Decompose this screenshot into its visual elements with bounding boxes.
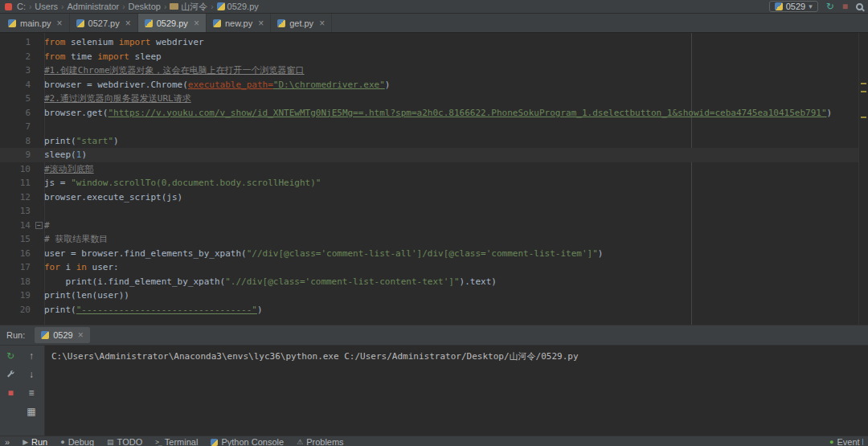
down-arrow-icon[interactable]: ↓ [25,368,38,381]
rerun-icon[interactable]: ↻ [826,2,834,11]
rerun-icon[interactable]: ↻ [4,350,17,362]
code-line[interactable]: 14−# [0,219,858,233]
close-icon[interactable]: × [194,18,199,29]
fold-marker[interactable]: − [34,219,44,233]
code-token: user = browser.find_elements_by_xpath( [44,248,247,259]
line-number[interactable]: 2 [0,50,34,64]
code-line[interactable]: 18 print(i.find_element_by_xpath(".//div… [0,275,858,289]
line-number[interactable]: 13 [0,204,34,219]
tab-label: main.py [20,18,51,28]
code-line[interactable]: 5#2.通过浏览器向服务器发送URL请求 [0,92,858,106]
run-tab-0529[interactable]: 0529 × [35,327,90,343]
code-line[interactable]: 8print("start") [0,134,858,149]
code-line[interactable]: 4browser = webdriver.Chrome(executable_p… [0,78,858,92]
breadcrumb-label: C: [17,2,26,11]
statusbar-item-run[interactable]: ▶Run [23,437,47,446]
code-line[interactable]: 15# 获取结果数目 [0,232,858,247]
debug-icon: ● [60,438,64,446]
editor-tab-new-py[interactable]: new.py× [207,14,271,32]
stop-icon[interactable]: ■ [842,2,848,11]
line-number[interactable]: 15 [0,232,34,247]
line-number[interactable]: 14 [0,219,34,233]
statusbar-item-python-console[interactable]: Python Console [211,437,284,446]
run-panel: Run: 0529 × ↻↑↓■≡▦ C:\Users\Administrato… [0,325,868,436]
statusbar-item-problems[interactable]: ⚠Problems [297,437,344,446]
run-panel-title: Run: [6,330,25,340]
line-number[interactable]: 17 [0,260,34,275]
code-token: user: [87,262,119,272]
code-line[interactable]: 12browser.execute_script(js) [0,190,858,205]
code-line[interactable]: 3#1.创建Chrome浏览器对象，这会在电脑上在打开一个浏览器窗口 [0,63,858,78]
line-number[interactable]: 4 [0,78,34,92]
fold-collapse-icon[interactable]: − [35,222,43,229]
code-line[interactable]: 20print("-------------------------------… [0,303,858,317]
line-number[interactable]: 3 [0,63,34,78]
breadcrumb-item-users[interactable]: Users [35,2,58,11]
breadcrumb-item-item[interactable]: 山河令 [170,1,207,13]
statusbar-item-event-log[interactable]: ● Event Log [829,437,863,446]
line-number[interactable]: 6 [0,106,34,121]
close-icon[interactable]: × [125,18,131,29]
line-number[interactable]: 16 [0,247,34,261]
close-icon[interactable]: × [78,329,84,341]
code-token: time [66,51,98,62]
breadcrumb-item-c[interactable]: C: [17,2,26,11]
line-number[interactable]: 9 [0,148,34,162]
show-toolwindow-bars-icon[interactable]: » [5,437,10,446]
close-icon[interactable]: × [319,18,325,29]
code-line[interactable]: 7 [0,120,858,134]
run-tab-label: 0529 [53,330,72,340]
code-text: #1.创建Chrome浏览器对象，这会在电脑上在打开一个浏览器窗口 [44,63,858,78]
python-file-icon [277,19,285,27]
code-line[interactable]: 1from selenium import webdriver [0,35,858,50]
statusbar-item-todo[interactable]: ▤TODO [107,437,142,446]
code-line[interactable]: 6browser.get("https://v.youku.com/v_show… [0,106,858,121]
code-text: #2.通过浏览器向服务器发送URL请求 [44,92,858,106]
line-number[interactable]: 10 [0,162,34,177]
code-token: browser.get( [44,108,108,118]
statusbar-item-debug[interactable]: ●Debug [60,437,94,446]
line-number[interactable]: 5 [0,92,34,106]
statusbar-item-terminal[interactable]: >_Terminal [155,437,198,446]
code-text: # [44,219,858,233]
editor-scrollbar[interactable] [858,33,868,325]
breadcrumb-item-administrator[interactable]: Administrator [67,2,119,11]
line-number[interactable]: 20 [0,303,34,317]
scroll-to-end-icon[interactable]: ≡ [25,387,38,399]
code-line[interactable]: 19print(len(user)) [0,288,858,303]
run-config-selector[interactable]: 0529 ▾ [769,1,818,12]
line-number[interactable]: 11 [0,176,34,190]
line-number[interactable]: 12 [0,190,34,205]
up-arrow-icon[interactable]: ↑ [25,350,38,362]
close-icon[interactable]: × [258,18,264,29]
editor-tab-0527-py[interactable]: 0527.py× [70,14,138,32]
code-line[interactable]: 10#滚动到底部 [0,162,858,177]
soft-wrap-icon[interactable]: ▦ [25,405,38,418]
code-line[interactable]: 2from time import sleep [0,50,858,64]
code-line[interactable]: 13 [0,204,858,219]
line-number[interactable]: 8 [0,134,34,149]
stop-icon[interactable]: ■ [4,387,17,399]
terminal-icon: >_ [155,438,162,446]
close-icon[interactable]: × [57,18,63,29]
code-line[interactable]: 9sleep(1) [0,148,858,162]
search-icon[interactable] [856,3,863,10]
fold-marker [34,106,44,121]
code-line[interactable]: 17for i in user: [0,260,858,275]
line-number[interactable]: 1 [0,35,34,50]
line-number[interactable]: 19 [0,288,34,303]
code-text: js = "window.scrollTo(0,document.body.sc… [44,176,858,190]
breadcrumb-item-desktop[interactable]: Desktop [129,2,161,11]
editor-tab-main-py[interactable]: main.py× [2,14,70,32]
breadcrumb-item-0529-py[interactable]: 0529.py [217,2,259,11]
code-editor[interactable]: 1from selenium import webdriver2from tim… [0,33,868,325]
line-number[interactable]: 18 [0,275,34,289]
settings-icon[interactable] [4,368,17,381]
editor-tab-get-py[interactable]: get.py× [271,14,332,32]
code-line[interactable]: 16user = browser.find_elements_by_xpath(… [0,247,858,261]
fold-marker [34,78,44,92]
code-line[interactable]: 11js = "window.scrollTo(0,document.body.… [0,176,858,190]
editor-tab-0529-py[interactable]: 0529.py× [138,14,207,32]
code-text: for i in user: [44,260,858,275]
line-number[interactable]: 7 [0,120,34,134]
